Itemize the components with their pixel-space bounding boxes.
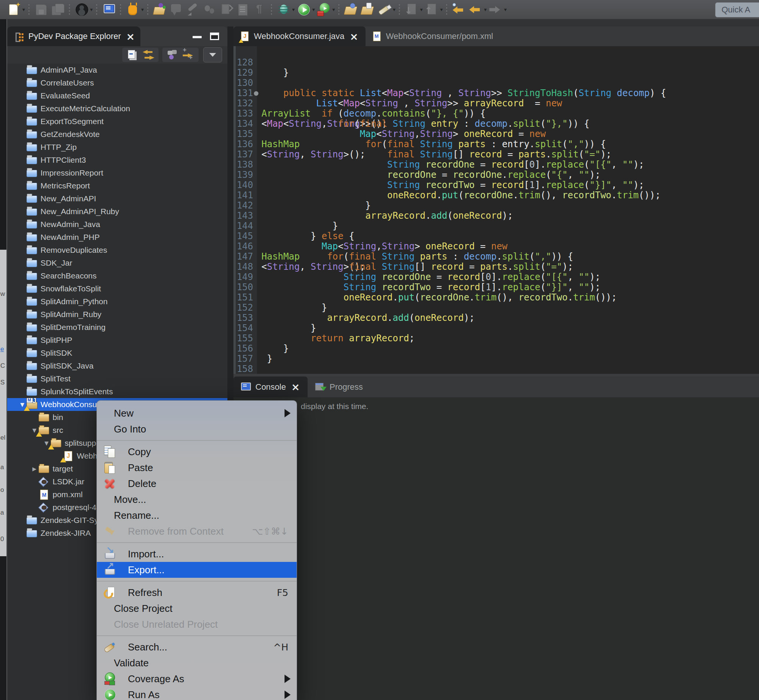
filter-icon[interactable]	[166, 48, 179, 61]
external-tools-button[interactable]	[315, 1, 332, 18]
dropdown-arrow-icon[interactable]: ▾	[504, 6, 507, 12]
menu-item-copy[interactable]: Copy	[97, 444, 297, 460]
outline-button[interactable]	[234, 1, 251, 18]
close-icon[interactable]: ×	[126, 31, 135, 42]
console-tab-console[interactable]: Console×	[233, 377, 308, 397]
next-annotation-icon	[404, 2, 419, 17]
menu-item-paste[interactable]: Paste	[97, 460, 297, 476]
menu-item-close-unrelated-project[interactable]: Close Unrelated Project	[97, 616, 297, 632]
next-annotation-button[interactable]	[403, 1, 420, 18]
debug-attach-button[interactable]	[201, 1, 218, 18]
chevron-right-icon[interactable]: ▶	[31, 466, 38, 472]
menu-item-close-project[interactable]: Close Project	[97, 600, 297, 616]
open-project-folder-button[interactable]	[342, 1, 359, 18]
dropdown-arrow-icon[interactable]: ▾	[22, 6, 25, 12]
tree-item-exporttosegment[interactable]: ExportToSegment	[7, 115, 227, 128]
menu-item-export[interactable]: Export...	[97, 562, 297, 578]
quick-access-box[interactable]: Quick A	[715, 2, 759, 17]
tree-item-splitadmin-ruby[interactable]: SplitAdmin_Ruby	[7, 308, 227, 321]
tree-item-newadmin-php[interactable]: NewAdmin_PHP	[7, 231, 227, 244]
new-wizard-button[interactable]	[5, 1, 22, 18]
menu-item-run-as[interactable]: Run As	[97, 687, 297, 700]
tree-item-httpclient3[interactable]: HTTPClient3	[7, 154, 227, 167]
tree-item-executemetriccalculation[interactable]: ExecuteMetricCalculation	[7, 102, 227, 115]
close-icon[interactable]: ×	[291, 382, 300, 392]
tree-item-getzendeskvote[interactable]: GetZendeskVote	[7, 128, 227, 141]
dropdown-arrow-icon[interactable]: ▾	[141, 6, 144, 12]
menu-item-move[interactable]: Move...	[97, 492, 297, 508]
tree-item-removeduplicates[interactable]: RemoveDuplicates	[7, 244, 227, 256]
tree-item-splittest[interactable]: SplitTest	[7, 372, 227, 385]
tree-item-evaluateseed[interactable]: EvaluateSeed	[7, 89, 227, 102]
mark-occurrences-button[interactable]	[185, 1, 201, 18]
dropdown-arrow-icon[interactable]: ▾	[420, 6, 423, 12]
maximize-button[interactable]	[210, 33, 219, 40]
show-whitespace-button[interactable]	[251, 1, 268, 18]
menu-item-rename[interactable]: Rename...	[97, 508, 297, 523]
menu-item-go-into[interactable]: Go Into	[97, 421, 297, 437]
editor-tab-webhookconsumer-java[interactable]: WebhookConsumer.java×	[233, 27, 365, 46]
view-menu-button[interactable]	[203, 47, 222, 62]
dropdown-arrow-icon[interactable]: ▾	[332, 6, 335, 12]
tree-item-new-adminapi-ruby[interactable]: New_AdminAPI_Ruby	[7, 205, 227, 218]
menu-item-new[interactable]: New	[97, 405, 297, 421]
run-button[interactable]	[295, 1, 312, 18]
tree-item-splitsdk-java[interactable]: SplitSDK_Java	[7, 359, 227, 372]
save-button[interactable]	[33, 1, 49, 18]
open-task-folder-button[interactable]	[359, 1, 376, 18]
tree-item-new-adminapi[interactable]: New_AdminAPI	[7, 192, 227, 205]
save-all-button[interactable]	[49, 1, 66, 18]
tree-item-splunktosplitevents[interactable]: SplunkToSplitEvents	[7, 385, 227, 398]
tree-item-adminapi-java[interactable]: AdminAPI_Java	[7, 64, 227, 77]
prev-annotation-button[interactable]	[423, 1, 440, 18]
menu-item-validate[interactable]: Validate	[97, 655, 297, 671]
compare-button[interactable]	[218, 1, 234, 18]
close-icon[interactable]: ×	[350, 31, 358, 42]
last-edit-location-button[interactable]	[450, 1, 467, 18]
highlight-marker-button[interactable]	[376, 1, 392, 18]
java-file-icon	[62, 450, 74, 462]
collapse-all-icon[interactable]	[126, 48, 139, 61]
tree-item-sdk-jar[interactable]: SDK_Jar	[7, 256, 227, 269]
menu-item-search[interactable]: Search...^H	[97, 639, 297, 655]
link-with-editor-icon[interactable]	[142, 48, 155, 61]
user-profile-button[interactable]	[73, 1, 90, 18]
dropdown-arrow-icon[interactable]: ▾	[90, 6, 93, 12]
menu-item-delete[interactable]: Delete	[97, 476, 297, 492]
tree-item-searchbeacons[interactable]: SearchBeacons	[7, 269, 227, 282]
back-history-button[interactable]	[467, 1, 484, 18]
editor-tab-webhookconsumer-pom-xml[interactable]: WebhookConsumer/pom.xml	[365, 27, 505, 46]
split-io-button[interactable]	[124, 1, 141, 18]
minimize-button[interactable]	[192, 36, 201, 38]
tree-item-newadmin-java[interactable]: NewAdmin_Java	[7, 218, 227, 231]
package-explorer-tab[interactable]: PyDev Package Explorer ×	[7, 27, 141, 46]
dropdown-arrow-icon[interactable]: ▾	[440, 6, 443, 12]
dropdown-arrow-icon[interactable]: ▾	[312, 6, 315, 12]
debug-button[interactable]	[275, 1, 292, 18]
tree-item-splitsdk[interactable]: SplitSDK	[7, 347, 227, 359]
horizontal-splitter[interactable]	[233, 374, 759, 377]
team-sync-button[interactable]	[168, 1, 185, 18]
dropdown-arrow-icon[interactable]: ▾	[292, 6, 295, 12]
tree-item-splitphp[interactable]: SplitPHP	[7, 334, 227, 347]
tree-item-correlateusers[interactable]: CorrelateUsers	[7, 77, 227, 89]
forward-history-button[interactable]	[487, 1, 504, 18]
open-resource-button[interactable]	[151, 1, 168, 18]
menu-item-import[interactable]: Import...	[97, 546, 297, 562]
tree-item-splitadmin-python[interactable]: SplitAdmin_Python	[7, 295, 227, 308]
menu-item-refresh[interactable]: RefreshF5	[97, 584, 297, 600]
customize-view-icon[interactable]	[182, 48, 195, 61]
code-text: }	[257, 200, 371, 211]
tree-item-http-zip[interactable]: HTTP_Zip	[7, 141, 227, 154]
menu-item-coverage-as[interactable]: Coverage As	[97, 671, 297, 687]
remote-systems-button[interactable]	[100, 1, 117, 18]
tree-item-snowflaketosplit[interactable]: SnowflakeToSplit	[7, 282, 227, 295]
dropdown-arrow-icon[interactable]: ▾	[484, 6, 487, 12]
code-editor[interactable]: 128129 }130131 public static List<Map<St…	[233, 46, 759, 374]
menu-item-remove-from-context[interactable]: Remove from Context⌥⇧⌘↓	[97, 523, 297, 539]
tree-item-metricsreport[interactable]: MetricsReport	[7, 179, 227, 192]
tree-item-impressionreport[interactable]: ImpressionReport	[7, 167, 227, 179]
tree-item-splitdemotraining[interactable]: SplitDemoTraining	[7, 321, 227, 334]
console-tab-progress[interactable]: Progress	[308, 377, 375, 397]
dropdown-arrow-icon[interactable]: ▾	[393, 6, 395, 12]
